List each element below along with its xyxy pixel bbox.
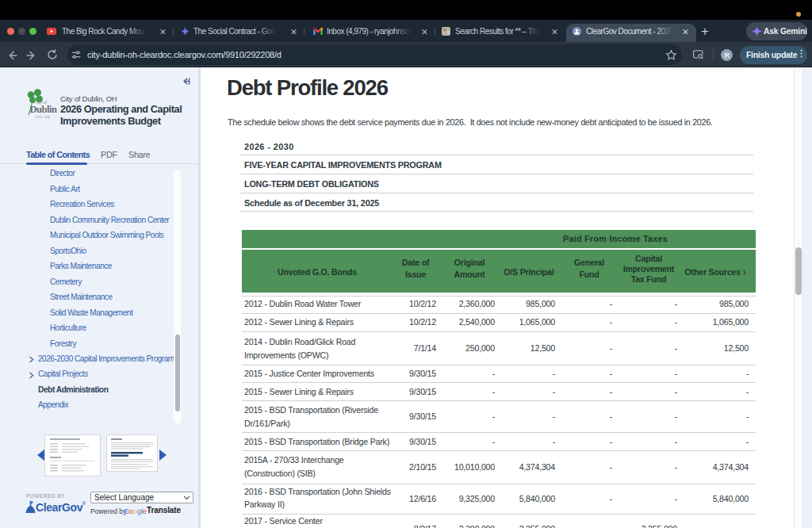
svg-text:OHIO, USA: OHIO, USA bbox=[35, 116, 50, 119]
svg-text:Dublin: Dublin bbox=[30, 104, 57, 115]
